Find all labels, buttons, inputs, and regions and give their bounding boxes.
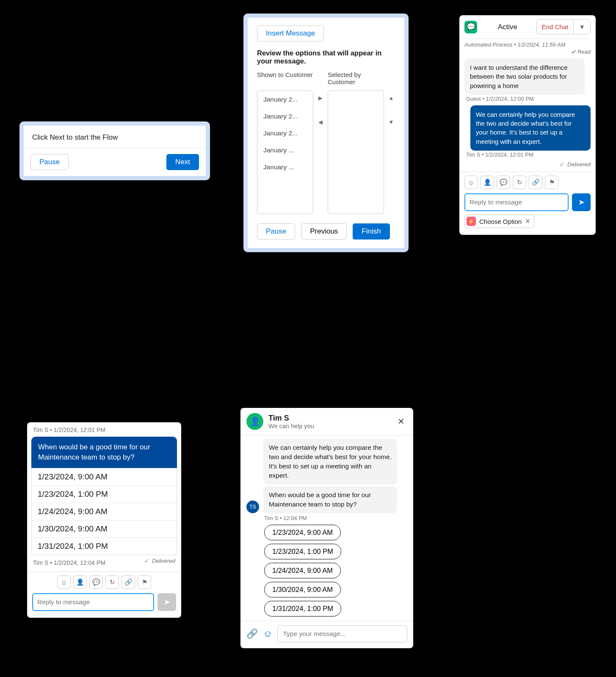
reply-input[interactable] bbox=[32, 593, 154, 611]
user-icon[interactable]: 👤 bbox=[481, 176, 494, 189]
listbox-item[interactable]: January 2... bbox=[257, 108, 313, 125]
chat-icon: 💬 bbox=[464, 21, 477, 33]
time-choice-button[interactable]: 1/24/2024, 9:00 AM bbox=[264, 563, 341, 578]
read-status: Read bbox=[577, 49, 591, 55]
close-icon[interactable]: ✕ bbox=[395, 415, 407, 428]
time-option[interactable]: 1/31/2024, 1:00 PM bbox=[32, 537, 177, 555]
delivered-status: Delivered bbox=[567, 161, 591, 168]
shown-to-customer-listbox[interactable]: January 2...January 2...January 2...Janu… bbox=[257, 91, 313, 214]
time-choice-button[interactable]: 1/31/2024, 1:00 PM bbox=[264, 601, 341, 616]
emoji-icon[interactable]: ☺ bbox=[464, 176, 478, 189]
flag-icon[interactable]: ⚑ bbox=[545, 176, 558, 189]
send-button[interactable]: ➤ bbox=[157, 593, 176, 611]
listbox-item[interactable]: January ... bbox=[257, 142, 313, 159]
attach-icon[interactable]: 🔗 bbox=[529, 176, 542, 189]
finish-button[interactable]: Finish bbox=[353, 223, 389, 239]
flow-prompt: Click Next to start the Flow bbox=[24, 126, 206, 148]
selected-by-customer-listbox[interactable] bbox=[328, 91, 384, 214]
flow-icon: ⚡ bbox=[467, 217, 476, 226]
agent-message: We can certainly help you compare the tw… bbox=[263, 439, 397, 484]
move-left-icon[interactable]: ◀ bbox=[318, 119, 323, 125]
agent-chat-panel: 💬 Active End Chat ▼ Automated Process • … bbox=[459, 15, 596, 235]
selected-by-customer-label: Selected by Customer bbox=[328, 71, 384, 88]
attach-icon[interactable]: 🔗 bbox=[246, 628, 258, 639]
transfer-arrows: ▶ ◀ bbox=[317, 71, 324, 214]
agent-options-panel: Tim S • 1/2/2024, 12:01 PM When would be… bbox=[27, 422, 181, 618]
refresh-icon[interactable]: ↻ bbox=[513, 176, 526, 189]
choose-option-chip[interactable]: ⚡ Choose Option ✕ bbox=[464, 215, 534, 228]
guest-meta: Guest • 1/2/2024, 12:00 PM bbox=[466, 96, 591, 102]
guest-message: I want to understand the difference betw… bbox=[464, 58, 585, 95]
agent-message: When would be a good time for our Mainte… bbox=[263, 486, 397, 513]
emoji-icon[interactable]: ☺ bbox=[57, 575, 71, 589]
time-option[interactable]: 1/23/2024, 1:00 PM bbox=[32, 485, 177, 503]
check-icon: ✔ bbox=[571, 49, 576, 55]
move-right-icon[interactable]: ▶ bbox=[318, 95, 323, 101]
time-choices: 1/23/2024, 9:00 AM1/23/2024, 1:00 PM1/24… bbox=[264, 525, 407, 616]
dialog-title: Review the options that will appear in y… bbox=[257, 49, 395, 65]
reorder-arrows: ▲ ▼ bbox=[387, 71, 395, 214]
message-input[interactable] bbox=[277, 625, 407, 642]
listbox-item[interactable]: January 2... bbox=[257, 125, 313, 142]
options-review-dialog: Insert Message Review the options that w… bbox=[243, 14, 409, 252]
time-option[interactable]: 1/30/2024, 9:00 AM bbox=[32, 520, 177, 537]
delivered-status: Delivered bbox=[152, 558, 175, 564]
chip-close-icon[interactable]: ✕ bbox=[525, 217, 530, 225]
customer-chat-widget: 👤 Tim S We can help you ✕ We can certain… bbox=[240, 408, 413, 648]
agent-avatar-icon: 👤 bbox=[246, 413, 263, 430]
agent-name: Tim S bbox=[268, 414, 390, 423]
agent-subtitle: We can help you bbox=[268, 423, 390, 429]
avatar: TS bbox=[246, 501, 259, 513]
pause-button[interactable]: Pause bbox=[257, 223, 295, 239]
message-meta: Automated Process • 1/2/2024, 11:59 AM bbox=[464, 41, 591, 48]
send-button[interactable]: ➤ bbox=[572, 193, 591, 211]
time-option[interactable]: 1/23/2024, 9:00 AM bbox=[32, 468, 177, 485]
reply-input[interactable] bbox=[464, 193, 569, 211]
time-choice-button[interactable]: 1/23/2024, 1:00 PM bbox=[264, 544, 341, 559]
agent-meta: Tim S • 1/2/2024, 12:01 PM bbox=[466, 151, 591, 158]
time-options-list: 1/23/2024, 9:00 AM1/23/2024, 1:00 PM1/24… bbox=[31, 468, 177, 555]
move-up-icon[interactable]: ▲ bbox=[389, 95, 394, 101]
sender-meta: Tim S • 1/2/2024, 12:04 PM bbox=[33, 559, 105, 566]
next-button[interactable]: Next bbox=[166, 154, 199, 170]
refresh-icon[interactable]: ↻ bbox=[105, 575, 119, 589]
flag-icon[interactable]: ⚑ bbox=[138, 575, 151, 589]
chip-label: Choose Option bbox=[479, 218, 522, 225]
end-chat-button[interactable]: End Chat bbox=[537, 20, 574, 34]
end-chat-dropdown[interactable]: ▼ bbox=[574, 20, 590, 34]
question-bubble: When would be a good time for our Mainte… bbox=[31, 437, 177, 468]
agent-message: We can certainly help you compare the tw… bbox=[470, 105, 591, 151]
move-down-icon[interactable]: ▼ bbox=[389, 119, 394, 125]
time-choice-button[interactable]: 1/30/2024, 9:00 AM bbox=[264, 582, 341, 597]
user-icon[interactable]: 👤 bbox=[73, 575, 87, 589]
pause-button[interactable]: Pause bbox=[30, 154, 69, 170]
emoji-icon[interactable]: ☺ bbox=[263, 628, 272, 639]
time-option[interactable]: 1/24/2024, 9:00 AM bbox=[32, 503, 177, 520]
listbox-item[interactable]: January ... bbox=[257, 159, 313, 176]
previous-button[interactable]: Previous bbox=[301, 223, 347, 239]
shown-to-customer-label: Shown to Customer bbox=[257, 71, 313, 88]
speech-icon[interactable]: 💬 bbox=[89, 575, 103, 589]
speech-icon[interactable]: 💬 bbox=[497, 176, 510, 189]
chat-status: Active bbox=[483, 23, 532, 31]
attach-icon[interactable]: 🔗 bbox=[122, 575, 135, 589]
message-timestamp: Tim S • 12:04 PM bbox=[264, 515, 407, 521]
message-meta: Tim S • 1/2/2024, 12:01 PM bbox=[27, 422, 181, 434]
time-choice-button[interactable]: 1/23/2024, 9:00 AM bbox=[264, 525, 341, 540]
insert-message-button[interactable]: Insert Message bbox=[257, 25, 324, 41]
listbox-item[interactable]: January 2... bbox=[257, 91, 313, 108]
flow-start-dialog: Click Next to start the Flow Pause Next bbox=[19, 121, 210, 180]
